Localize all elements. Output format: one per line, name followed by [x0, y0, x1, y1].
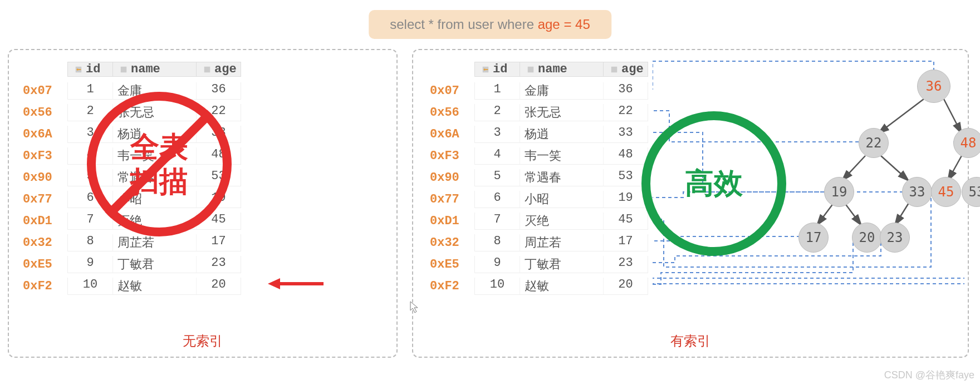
- svg-rect-2: [79, 69, 81, 70]
- column-icon: [203, 66, 211, 73]
- table-row: 0xE59丁敏君23: [430, 254, 648, 275]
- table-row: 0x776小昭19: [430, 189, 648, 210]
- row-age: 36: [603, 82, 648, 99]
- header-id-text: id: [86, 62, 100, 76]
- header-name-text: name: [538, 62, 567, 76]
- svg-rect-10: [528, 66, 534, 72]
- header-name-text: name: [131, 62, 160, 76]
- row-id: 7: [68, 213, 112, 229]
- table-row: 0xF34韦一笑48: [430, 145, 648, 167]
- row-age: 33: [196, 126, 241, 142]
- row-id: 6: [475, 191, 520, 208]
- caption-no-index: 无索引: [183, 332, 223, 350]
- table-row: 0x905常遇春53: [430, 167, 648, 189]
- column-icon: [527, 66, 535, 73]
- row-addr: 0x07: [23, 84, 67, 98]
- sql-condition: age = 45: [538, 17, 590, 32]
- row-addr: 0xF3: [23, 149, 67, 163]
- row-id: 9: [475, 256, 520, 273]
- table-row: 0xF34韦一笑48: [23, 145, 241, 167]
- tree-node-45: 45: [931, 177, 961, 207]
- svg-rect-3: [121, 66, 127, 72]
- row-addr: 0x77: [430, 192, 474, 206]
- row-addr: 0x6A: [430, 127, 474, 141]
- row-age: 53: [603, 169, 648, 186]
- row-id: 8: [475, 234, 520, 251]
- row-age: 33: [603, 126, 648, 142]
- scan-pointer-arrow-icon: [268, 278, 324, 289]
- row-name: 小昭: [520, 191, 603, 208]
- row-id: 9: [68, 256, 112, 273]
- svg-rect-11: [611, 66, 618, 72]
- row-name: 小昭: [112, 191, 196, 208]
- row-name: 常遇春: [520, 169, 603, 186]
- row-age: 48: [196, 147, 241, 164]
- row-addr: 0x56: [430, 106, 474, 120]
- row-age: 48: [603, 147, 648, 164]
- table-row: 0xE59丁敏君23: [23, 254, 241, 275]
- table-row: 0x776小昭19: [23, 189, 241, 210]
- row-id: 5: [68, 169, 112, 186]
- header-age: age: [196, 62, 241, 76]
- tree-node-22: 22: [859, 128, 889, 158]
- row-age: 53: [196, 169, 241, 186]
- row-name: 张无忌: [520, 104, 603, 121]
- row-age: 19: [603, 191, 648, 208]
- table-row: 0x562张无忌22: [23, 102, 241, 124]
- pk-icon: [482, 66, 489, 73]
- row-addr: 0x6A: [23, 127, 67, 141]
- row-addr: 0xE5: [430, 258, 474, 272]
- svg-point-1: [77, 68, 79, 71]
- row-age: 23: [196, 256, 241, 273]
- row-name: 杨逍: [112, 126, 196, 142]
- row-name: 韦一笑: [520, 147, 603, 164]
- svg-line-13: [944, 99, 962, 134]
- row-name: 金庸: [112, 82, 196, 99]
- row-addr: 0x77: [23, 192, 67, 206]
- row-addr: 0xF2: [23, 279, 67, 293]
- row-name: 韦一笑: [112, 147, 196, 164]
- row-id: 4: [68, 147, 112, 164]
- tree-node-20: 20: [852, 223, 882, 253]
- row-id: 1: [475, 82, 520, 99]
- row-age: 17: [196, 234, 241, 251]
- row-addr: 0xF2: [430, 279, 474, 293]
- bst-index-tree: 36 22 48 19 33 45 53 17 20 23: [653, 56, 964, 295]
- table-row: 0xF210赵敏20: [430, 275, 648, 297]
- row-id: 10: [68, 278, 112, 294]
- table-row: 0xD17灭绝45: [23, 210, 241, 232]
- row-name: 灭绝: [112, 213, 196, 229]
- header-age-text: age: [621, 62, 644, 76]
- row-name: 常遇春: [112, 169, 196, 186]
- svg-line-12: [878, 99, 924, 134]
- row-id: 7: [475, 213, 520, 229]
- table-row: 0x071金庸36: [430, 80, 648, 102]
- row-addr: 0xD1: [23, 214, 67, 228]
- svg-line-17: [817, 203, 834, 225]
- header-id: id: [475, 62, 520, 76]
- row-addr: 0x90: [430, 171, 474, 185]
- row-addr: 0xF3: [430, 149, 474, 163]
- svg-rect-4: [204, 66, 210, 72]
- row-name: 金庸: [520, 82, 603, 99]
- row-age: 17: [603, 234, 648, 251]
- svg-line-19: [895, 203, 909, 225]
- panel-with-index: id name age 0x071金庸360x562张无忌220x6A3杨逍33…: [412, 49, 969, 358]
- header-name: name: [112, 62, 196, 76]
- tree-node-23: 23: [880, 223, 910, 253]
- table-header-row: id name age: [23, 58, 241, 80]
- table-no-index: id name age 0x071金庸360x562张无忌220x6A3杨逍33…: [23, 58, 241, 297]
- table-row: 0x071金庸36: [23, 80, 241, 102]
- header-id-text: id: [493, 62, 507, 76]
- tree-node-17: 17: [798, 223, 829, 253]
- row-id: 3: [68, 126, 112, 142]
- row-name: 赵敏: [520, 278, 603, 294]
- pk-icon: [75, 66, 82, 73]
- row-name: 灭绝: [520, 213, 603, 229]
- row-id: 2: [68, 104, 112, 121]
- caption-with-index: 有索引: [670, 332, 710, 350]
- row-addr: 0xD1: [430, 214, 474, 228]
- table-row: 0x905常遇春53: [23, 167, 241, 189]
- row-name: 张无忌: [112, 104, 196, 121]
- tree-node-48: 48: [953, 128, 980, 158]
